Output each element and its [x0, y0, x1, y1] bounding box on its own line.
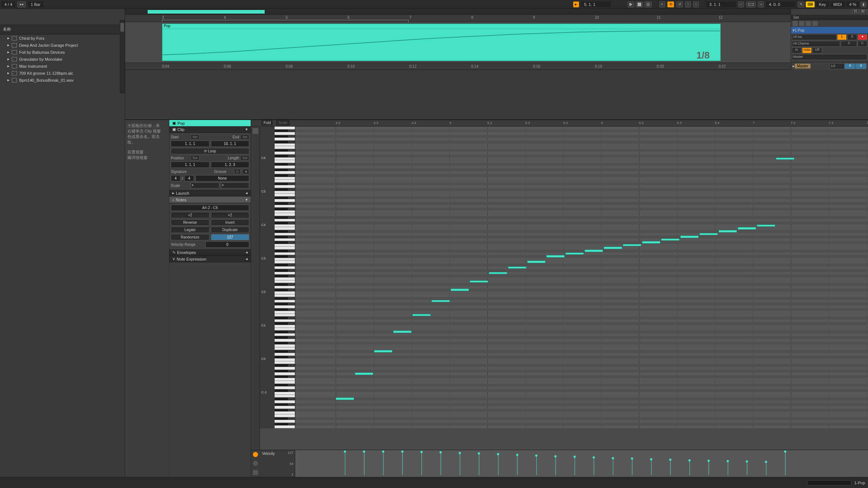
- automation-arm-icon[interactable]: ⟲: [667, 1, 674, 7]
- capture-icon[interactable]: ::: [685, 1, 691, 7]
- duplicate-button[interactable]: Duplicate: [211, 227, 250, 233]
- loop-position[interactable]: 3. 1. 1: [706, 1, 736, 7]
- set-position-button[interactable]: Set: [191, 155, 200, 160]
- midi-note[interactable]: [527, 261, 546, 263]
- length-value[interactable]: 1. 2. 3: [211, 162, 250, 168]
- browser-item[interactable]: ▸Granulator by Monolake: [0, 56, 125, 63]
- collapse-icon[interactable]: ▾: [246, 197, 248, 202]
- draw-mode-icon[interactable]: ✎: [798, 1, 804, 7]
- sig-denominator[interactable]: 4: [184, 175, 194, 181]
- midi-note[interactable]: [757, 224, 775, 227]
- midi-note[interactable]: [661, 238, 680, 241]
- set-length-button[interactable]: Set: [240, 155, 249, 160]
- groove-hot-swap-icon[interactable]: ⊙: [234, 169, 241, 174]
- monitor-off[interactable]: Off: [812, 47, 822, 53]
- computer-midi-keyboard-icon[interactable]: ⌨: [806, 1, 815, 7]
- browser-item[interactable]: ▸Bpm140_BonusBreak_01.wav: [0, 77, 125, 84]
- stop-button[interactable]: [636, 1, 643, 7]
- set-start-button[interactable]: Set: [191, 134, 200, 139]
- browser-item[interactable]: ▸Foil by Babumas Devices: [0, 49, 125, 56]
- midi-note[interactable]: [489, 272, 507, 275]
- groove-value[interactable]: None: [195, 175, 249, 181]
- browser-item[interactable]: ▸709 Kit groove 11-128bpm.alc: [0, 70, 125, 77]
- key-button[interactable]: Key: [816, 1, 829, 7]
- midi-note[interactable]: [546, 255, 565, 258]
- end-value[interactable]: 10. 1. 1: [211, 141, 250, 147]
- master-label[interactable]: Master: [795, 64, 811, 68]
- velocity-canvas[interactable]: [295, 450, 868, 477]
- remove-icon[interactable]: [806, 21, 811, 26]
- clip-title[interactable]: Pop: [162, 24, 720, 29]
- midi-note[interactable]: [374, 350, 392, 353]
- browser-header[interactable]: 名称 ▾: [0, 24, 125, 35]
- browser-item[interactable]: ▸Chiral by Fors: [0, 35, 125, 42]
- midi-note[interactable]: [699, 233, 718, 236]
- quantize-menu[interactable]: 1 Bar: [28, 1, 43, 7]
- piano-keyboard[interactable]: C6C5C4C3C2C1C0C-1: [260, 127, 295, 428]
- master-track-row[interactable]: ▸ Master 1/2 0 0: [791, 62, 868, 70]
- midi-note[interactable]: [680, 236, 699, 238]
- start-value[interactable]: 1. 1. 1: [171, 141, 209, 147]
- metronome-icon[interactable]: ●●: [17, 1, 25, 7]
- punch-in-icon[interactable]: ⌐: [738, 1, 744, 7]
- scale-type-select[interactable]: ▾: [221, 183, 250, 188]
- play-button[interactable]: [628, 1, 634, 7]
- output-select[interactable]: Master: [792, 54, 867, 60]
- arrangement-position[interactable]: 5. 1. 1: [581, 1, 611, 7]
- browser-item[interactable]: ▸Max Instrument: [0, 63, 125, 70]
- overdub-icon[interactable]: +: [659, 1, 665, 7]
- midi-note[interactable]: [623, 244, 641, 247]
- browser-scrollbar[interactable]: [120, 20, 125, 93]
- note-grid[interactable]: [295, 127, 868, 428]
- arm-button[interactable]: ●: [858, 34, 867, 40]
- midi-channel-select[interactable]: All Channe: [792, 41, 840, 47]
- add-icon[interactable]: [799, 21, 804, 26]
- note-expression-tab[interactable]: ⋎ Note Expression ◂: [169, 256, 251, 262]
- track-name[interactable]: 1 Pop: [795, 28, 867, 32]
- midi-note[interactable]: [565, 252, 584, 255]
- hide-button[interactable]: H: [852, 9, 858, 13]
- monitor-auto[interactable]: Auto: [802, 47, 812, 53]
- legato-button[interactable]: Legato: [171, 227, 209, 233]
- overview-bar[interactable]: [125, 9, 791, 15]
- fold-button[interactable]: Fold: [261, 120, 273, 125]
- midi-clip[interactable]: Pop: [162, 24, 721, 61]
- w-button[interactable]: W: [860, 9, 867, 13]
- track-title-row[interactable]: ▾ 1 Pop: [791, 27, 868, 33]
- position-value[interactable]: 1. 1. 1: [171, 162, 209, 168]
- groove-commit-icon[interactable]: ◄: [242, 169, 249, 174]
- follow-icon[interactable]: ▸: [573, 1, 579, 7]
- velocity-range-value[interactable]: 0: [205, 241, 249, 248]
- reverse-button[interactable]: Reverse: [171, 219, 209, 226]
- loop-button[interactable]: ⟳ Loop: [171, 148, 249, 154]
- session-record-icon[interactable]: ○: [693, 1, 699, 7]
- collapse-icon[interactable]: ◂: [246, 250, 248, 255]
- monitor-in[interactable]: In: [792, 47, 801, 53]
- lock-icon[interactable]: [812, 21, 818, 26]
- clip-name-header[interactable]: ▣ Pop: [169, 120, 251, 126]
- randomize-button[interactable]: Randomize: [171, 234, 209, 240]
- midi-note[interactable]: [431, 300, 450, 303]
- back-to-arrangement-icon[interactable]: [793, 21, 798, 26]
- invert-button[interactable]: Invert: [211, 219, 250, 226]
- loop-length[interactable]: 4. 0. 0: [766, 1, 795, 7]
- collapse-icon[interactable]: ◂: [246, 191, 248, 195]
- collapse-icon[interactable]: ◂: [246, 257, 248, 261]
- midi-button[interactable]: MIDI: [830, 1, 845, 7]
- midi-note[interactable]: [336, 397, 354, 400]
- midi-note[interactable]: [585, 250, 603, 252]
- punch-out-icon[interactable]: ¬: [758, 1, 764, 7]
- c-button[interactable]: C: [858, 41, 867, 47]
- track-number[interactable]: 1: [837, 34, 847, 40]
- browser-list[interactable]: ▸Chiral by Fors ▸Deep And Jackin Garage …: [0, 35, 125, 477]
- multiply-2-button[interactable]: ×2: [211, 212, 250, 218]
- midi-note[interactable]: [738, 227, 756, 230]
- record-button[interactable]: [645, 1, 652, 7]
- clip-tab[interactable]: ▣ Clip ▾: [169, 126, 251, 133]
- collapse-icon[interactable]: ▾: [246, 127, 248, 132]
- midi-note[interactable]: [470, 280, 488, 283]
- master-value-1[interactable]: 0: [844, 63, 855, 69]
- velocity-tool-3-icon[interactable]: [253, 470, 258, 475]
- browser-item[interactable]: ▸Deep And Jackin Garage Project: [0, 42, 125, 49]
- track-lane[interactable]: Pop 1/8: [125, 22, 791, 63]
